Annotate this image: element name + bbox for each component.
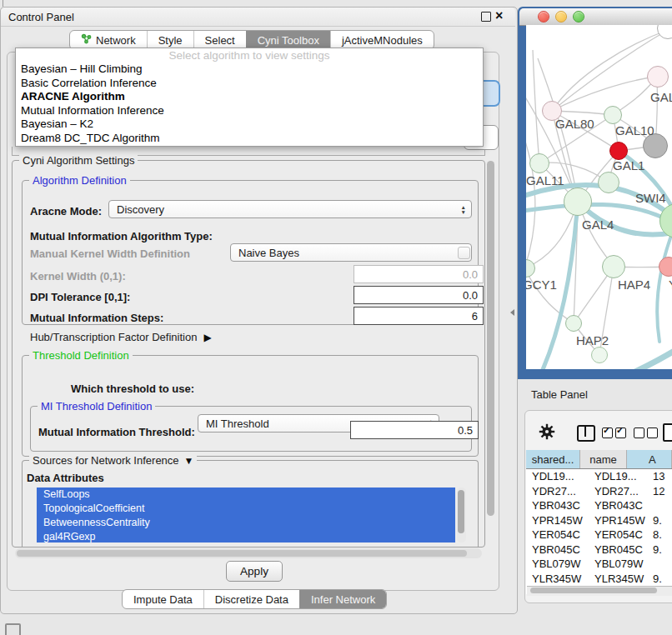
tab-infer-network[interactable]: Infer Network (299, 590, 386, 608)
network-node[interactable] (598, 172, 619, 193)
table-rows: YDL19...YDL19...13YDR27...YDR27...12YBR0… (526, 469, 672, 594)
algorithm-option[interactable]: Bayesian – Hill Climbing (16, 62, 483, 77)
attribute-item[interactable]: gal4RGexp (37, 530, 455, 542)
network-node-label: GAL (650, 90, 672, 104)
table-cell: YPR145W (592, 514, 649, 527)
tab-jactivemnodules[interactable]: jActiveMNodules (330, 31, 434, 49)
table-cell: 12 (649, 485, 672, 498)
mi-threshold-label: Mutual Information Threshold: (38, 426, 195, 438)
network-node[interactable] (564, 188, 592, 216)
table-row[interactable]: YDR27...YDR27...12 (526, 484, 672, 499)
algorithm-dropdown-popup: Select algorithm to view settings Bayesi… (15, 48, 484, 147)
which-threshold-label: Which threshold to use: (71, 382, 194, 395)
settings-horizontal-scrollbar-thumb[interactable] (17, 550, 467, 557)
table-cell: 13 (649, 470, 672, 482)
unchecked-box-icon[interactable] (647, 428, 658, 438)
table-cell: YBL079W (592, 558, 649, 570)
table-cell: YLR345W (526, 572, 592, 585)
network-node-label: GAL4 (582, 218, 614, 232)
table-cell: YPR145W (526, 514, 592, 527)
network-node[interactable] (609, 142, 628, 160)
network-node-label: SWI4 (635, 191, 666, 205)
attribute-item[interactable]: SelfLoops (37, 488, 455, 502)
table-row[interactable]: YER054CYER054C8. (526, 528, 672, 542)
page-icon[interactable] (663, 423, 672, 442)
table-row[interactable]: YDL19...YDL19...13 (526, 469, 672, 484)
attributes-scrollbar-thumb[interactable] (458, 490, 464, 533)
column-header-partial[interactable]: A (627, 450, 672, 468)
algorithm-option[interactable]: Basic Correlation Inference (16, 77, 483, 91)
tab-network[interactable]: Network (70, 31, 147, 49)
kernel-width-field[interactable]: 0.0 (354, 265, 484, 283)
window-zoom-icon[interactable] (573, 11, 584, 22)
algorithm-option[interactable]: Mutual Information Inference (16, 104, 483, 118)
group-title: Algorithm Definition (29, 174, 130, 187)
mi-type-select[interactable]: Naive Bayes ▲▼ (230, 243, 472, 262)
close-icon[interactable]: × (495, 8, 503, 23)
algorithm-option[interactable]: Dream8 DC_TDC Algorithm (16, 132, 483, 146)
network-node[interactable] (604, 106, 622, 124)
divider-tick (3, 0, 3, 7)
network-node-label: GAL11 (526, 173, 564, 188)
network-node-label: GAL10 (615, 123, 654, 138)
table-row[interactable]: YBR043CYBR043C (526, 498, 672, 513)
window-close-icon[interactable] (538, 11, 549, 22)
tab-cyni-toolbox[interactable]: Cyni Toolbox (246, 31, 330, 49)
algorithm-option[interactable]: Bayesian – K2 (16, 118, 483, 132)
splitter-collapse-icon[interactable] (510, 309, 514, 316)
sources-expander[interactable]: Sources for Network Inference ▼ (29, 454, 197, 467)
window-minimize-icon[interactable] (555, 11, 567, 22)
table-row[interactable]: YBL079WYBL079W (526, 557, 672, 572)
unchecked-box-icon[interactable] (634, 428, 644, 438)
attribute-item[interactable]: TopologicalCoefficient (37, 502, 455, 516)
column-header-name[interactable]: name (580, 450, 627, 468)
expand-right-icon: ▶ (203, 332, 211, 343)
network-node[interactable] (602, 255, 625, 278)
tab-discretize-data[interactable]: Discretize Data (203, 590, 299, 608)
columns-icon[interactable] (577, 425, 595, 442)
gear-icon[interactable] (539, 423, 555, 440)
manual-kernel-checkbox[interactable] (458, 247, 470, 259)
expand-down-icon: ▼ (184, 455, 194, 467)
mi-steps-field[interactable]: 6 (354, 307, 484, 325)
screen: Control Panel × Network Style Select Cyn… (0, 0, 672, 635)
checked-box-icon[interactable]: ✓ (602, 428, 613, 438)
mi-type-label: Mutual Information Algorithm Type: (30, 230, 213, 242)
control-panel-titlebar (1, 8, 515, 27)
network-node[interactable] (591, 347, 608, 363)
algorithm-option[interactable]: ARACNE Algorithm (16, 90, 483, 104)
hub-definition-expander[interactable]: Hub/Transcription Factor Definition ▶ (30, 331, 212, 343)
apply-button[interactable]: Apply (226, 561, 283, 582)
tab-impute-data[interactable]: Impute Data (123, 590, 203, 608)
table-cell: 8. (649, 528, 672, 541)
algorithm-options: Bayesian – Hill ClimbingBasic Correlatio… (16, 62, 483, 145)
dpi-tolerance-field[interactable]: 0.0 (354, 286, 484, 304)
network-node-label: GAL80 (555, 117, 594, 131)
table-row[interactable]: YLR345WYLR345W9. (526, 572, 672, 587)
table-row[interactable]: YBR045CYBR045C9. (526, 542, 672, 558)
table-cell: YBR043C (592, 499, 649, 512)
aracne-mode-label: Aracne Mode: (30, 205, 102, 218)
aracne-mode-select[interactable]: Discovery ▲▼ (108, 200, 472, 218)
table-cell: YBR045C (526, 543, 592, 556)
settings-vertical-scrollbar[interactable] (487, 161, 494, 516)
float-window-icon[interactable] (481, 12, 491, 22)
minimized-panel-icon[interactable] (5, 623, 21, 635)
mi-threshold-field[interactable]: 0.5 (350, 421, 479, 439)
attribute-item[interactable]: BetweennessCentrality (37, 516, 455, 530)
data-attributes-list: SelfLoopsTopologicalCoefficientBetweenne… (37, 488, 455, 542)
checked-box-icon[interactable]: ✓ (615, 428, 626, 438)
table-row[interactable]: YPR145WYPR145W9. (526, 513, 672, 528)
network-node-label: GCY1 (526, 278, 557, 292)
column-header-shared-name[interactable]: shared... (526, 450, 580, 468)
tab-select[interactable]: Select (193, 31, 246, 49)
tab-style[interactable]: Style (147, 31, 193, 49)
hidden-group-border (12, 147, 13, 155)
network-node[interactable] (529, 153, 549, 173)
network-node[interactable] (565, 315, 582, 332)
table-header: shared... name A (526, 450, 672, 469)
network-node[interactable] (647, 66, 669, 88)
table-horizontal-scrollbar-thumb[interactable] (530, 588, 657, 593)
table-cell: 9. (649, 543, 672, 556)
network-canvas[interactable]: GALGAL80GAL10GAL1GAL11SWI4GAL4GCY1HAP4YH… (526, 25, 672, 369)
